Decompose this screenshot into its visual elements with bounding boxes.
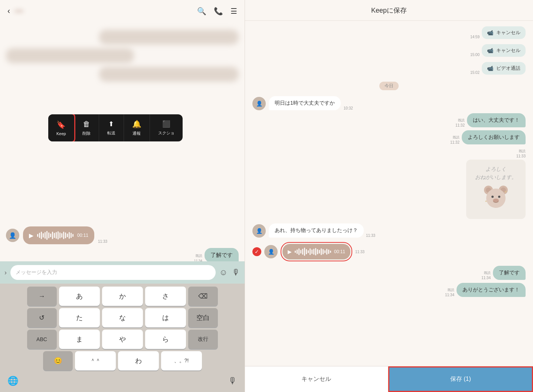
video-row-2: 15:00 📹 キャンセル: [252, 44, 526, 57]
r-time-2: 11:32: [450, 140, 460, 144]
voice-bubble[interactable]: ▶: [23, 226, 94, 244]
r-msg-row-right-2: 既読 11:32 よろしくお願いします: [252, 130, 526, 144]
r-bubble-right-4: ありがとうございます！: [457, 283, 526, 297]
blurred-bubble-2: [6, 48, 134, 63]
keyboard-row-3: ABC ま や ら 改行: [1, 330, 243, 349]
r-meta-3: 既読 11:34: [481, 271, 491, 280]
r-bubble-right-1: はい、大丈夫です！: [467, 113, 526, 127]
search-icon[interactable]: 🔍: [197, 7, 206, 16]
key-emoji[interactable]: 😊: [43, 351, 73, 370]
voice-time-stamp: 11:33: [98, 239, 107, 244]
msg-meta-1: 既読 11:34: [194, 254, 202, 261]
avatar-icon: 👤: [9, 232, 16, 239]
forward-label: 転送: [107, 130, 115, 136]
key-ya[interactable]: や: [102, 330, 143, 349]
key-ra[interactable]: ら: [145, 330, 186, 349]
svg-text:✦: ✦: [485, 200, 487, 203]
key-caret[interactable]: ＾＾: [75, 351, 116, 370]
keyboard-mic-icon[interactable]: 🎙: [228, 376, 237, 386]
sticker-meta: 既読 11:33: [516, 149, 526, 158]
waveform-right: [295, 248, 331, 256]
svg-point-4: [486, 189, 506, 208]
r-msg-row-right-3: 既読 11:34 了解です: [252, 266, 526, 280]
key-a[interactable]: あ: [59, 287, 100, 306]
key-punct[interactable]: 、。?!: [161, 351, 202, 370]
key-ma[interactable]: ま: [59, 330, 100, 349]
r-time-3: 11:34: [481, 276, 491, 280]
keyboard-row-1: → あ か さ ⌫: [1, 287, 243, 306]
r-meta-2: 既読 11:32: [450, 135, 460, 144]
voice-bubble-right[interactable]: ▶: [282, 244, 350, 259]
check-circle[interactable]: ✓: [252, 247, 261, 256]
input-bar: › メッセージを入力 ☺ 🎙: [0, 261, 245, 284]
video-icon-1: 📹: [487, 30, 493, 36]
svg-point-5: [491, 196, 494, 198]
input-icons: ☺ 🎙: [219, 268, 240, 277]
keyboard: → あ か さ ⌫ ↺ た な は 空白 ABC ま や ら 改行 😊 ＾＾ わ…: [0, 284, 245, 392]
expand-icon[interactable]: ›: [4, 269, 7, 277]
key-na[interactable]: な: [102, 308, 143, 327]
video-row-3: 15:02 📹 ビデオ通話: [252, 62, 526, 75]
report-label: 通報: [133, 131, 141, 136]
save-button[interactable]: 保存 (1): [388, 366, 533, 392]
video-text-1: キャンセル: [496, 29, 520, 36]
video-bubble-2: 📹 キャンセル: [482, 44, 526, 57]
key-ka[interactable]: か: [102, 287, 143, 306]
key-space[interactable]: 空白: [188, 308, 218, 327]
input-placeholder: メッセージを入力: [16, 269, 57, 276]
emoji-icon[interactable]: ☺: [219, 268, 228, 277]
play-icon[interactable]: ▶: [29, 232, 33, 239]
key-return[interactable]: 改行: [188, 330, 218, 349]
key-ha[interactable]: は: [145, 308, 186, 327]
context-menu-delete[interactable]: 🗑 削除: [74, 114, 99, 141]
back-icon[interactable]: ‹: [7, 6, 10, 16]
context-menu-forward[interactable]: ⬆ 転送: [99, 114, 124, 141]
context-menu-report[interactable]: 🔔 通報: [124, 114, 150, 141]
key-backspace[interactable]: ⌫: [188, 287, 218, 306]
video-bubble-3: 📹 ビデオ通話: [482, 62, 526, 75]
keep-icon: 🔖: [56, 120, 66, 129]
video-icon-3: 📹: [487, 65, 493, 71]
key-ta[interactable]: た: [59, 308, 100, 327]
blurred-bubble-1: [99, 30, 239, 45]
key-sa[interactable]: さ: [145, 287, 186, 306]
save-label: 保存 (1): [450, 375, 471, 383]
sticker-bear: よろしく おねがいします。: [466, 160, 526, 219]
message-input[interactable]: メッセージを入力: [10, 265, 216, 280]
globe-icon[interactable]: 🌐: [7, 376, 19, 386]
video-time-3: 15:02: [470, 71, 480, 75]
screenshot-icon: ⬛: [162, 120, 170, 128]
key-abc[interactable]: ABC: [27, 330, 57, 349]
r-msg-row-left-1: 👤 明日は1時で大丈夫ですか 10:32: [252, 96, 526, 110]
play-icon-right[interactable]: ▶: [288, 249, 292, 255]
report-icon: 🔔: [132, 120, 141, 128]
left-panel: ‹ 🔍 📞 ☰ 🔖 Keep 🗑 削除 ⬆: [0, 0, 245, 392]
voice-highlighted-border: ▶: [281, 242, 352, 261]
menu-icon[interactable]: ☰: [230, 7, 237, 16]
r-avatar-1: 👤: [252, 97, 266, 110]
r-msg-row-right-1: 既読 11:32 はい、大丈夫です！: [252, 113, 526, 127]
video-bubble-1: 📹 キャンセル: [482, 26, 526, 39]
sticker-area: 既読 11:33 よろしく おねがいします。: [252, 149, 526, 219]
voice-duration: 00:11: [77, 233, 88, 238]
svg-text:✦: ✦: [504, 190, 507, 194]
cancel-button[interactable]: キャンセル: [245, 366, 388, 392]
r-bubble-right-3: 了解です: [493, 266, 526, 280]
r-bubble-left-2: あれ、持ち物ってありましたっけ？: [269, 223, 364, 238]
message-row-1: 既読 11:34 了解です: [6, 248, 239, 261]
date-badge: 今日: [379, 82, 399, 90]
r-bubble-left-1: 明日は1時で大丈夫ですか: [269, 96, 341, 110]
voice-time-right: 11:33: [355, 250, 364, 254]
r-meta-1: 既読 11:32: [455, 118, 465, 127]
r-time-4: 11:34: [445, 293, 454, 297]
keep-label: Keep: [56, 131, 66, 136]
phone-icon[interactable]: 📞: [214, 7, 223, 16]
chat-title: [14, 10, 23, 13]
keyboard-row-2: ↺ た な は 空白: [1, 308, 243, 327]
key-undo[interactable]: ↺: [27, 308, 57, 327]
context-menu-keep[interactable]: 🔖 Keep: [48, 114, 75, 141]
key-wa[interactable]: わ: [118, 351, 159, 370]
mic-icon[interactable]: 🎙: [232, 268, 240, 277]
key-arrow[interactable]: →: [27, 287, 57, 306]
context-menu-screenshot[interactable]: ⬛ スクショ: [150, 114, 183, 141]
